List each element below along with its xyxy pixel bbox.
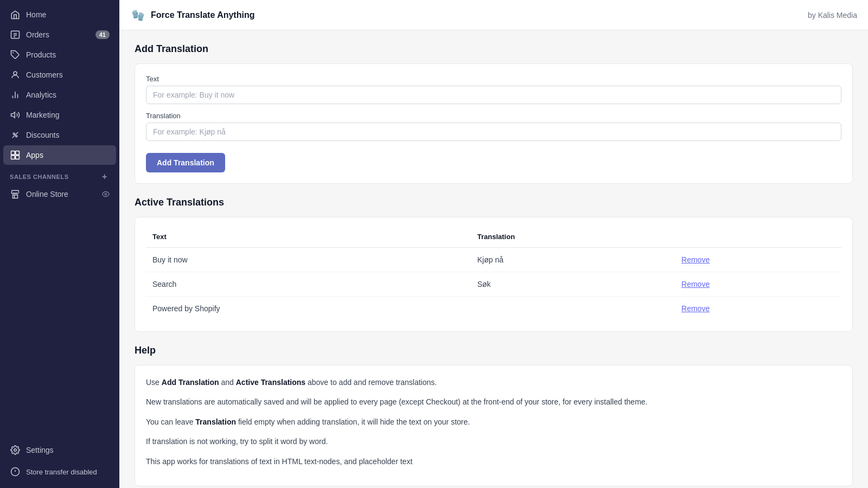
marketing-icon xyxy=(10,110,21,120)
app-icon: 🧤 xyxy=(130,8,145,23)
text-input[interactable] xyxy=(146,86,841,104)
analytics-icon xyxy=(10,89,21,100)
svg-point-5 xyxy=(14,72,17,75)
translation-text-cell: Search xyxy=(146,272,471,297)
sidebar-item-label: Customers xyxy=(26,70,110,79)
products-icon xyxy=(10,49,21,60)
sidebar-item-home[interactable]: Home xyxy=(3,5,116,24)
store-transfer-item[interactable]: Store transfer disabled xyxy=(3,461,116,483)
main-area: 🧤 Force Translate Anything by Kalis Medi… xyxy=(119,0,868,488)
sidebar-item-settings[interactable]: Settings xyxy=(3,440,116,460)
table-row: Buy it nowKjøp nåRemove xyxy=(146,248,841,272)
svg-point-19 xyxy=(105,193,107,195)
svg-rect-15 xyxy=(11,156,15,159)
translations-table: Text Translation Buy it nowKjøp nåRemove… xyxy=(146,228,841,320)
store-transfer-label: Store transfer disabled xyxy=(26,468,97,476)
apps-icon xyxy=(10,150,21,160)
sales-channels-section: SALES CHANNELS + xyxy=(0,165,119,184)
add-translation-card: Text Translation Add Translation xyxy=(135,63,853,184)
remove-button[interactable]: Remove xyxy=(681,280,710,288)
sidebar-item-label: Discounts xyxy=(26,131,110,139)
table-row: SearchSøkRemove xyxy=(146,272,841,297)
sidebar-item-label: Products xyxy=(26,50,110,59)
sidebar-item-customers[interactable]: Customers xyxy=(3,65,116,85)
settings-label: Settings xyxy=(26,446,110,454)
help-paragraph: You can leave Translation field empty wh… xyxy=(146,416,841,428)
add-translation-button[interactable]: Add Translation xyxy=(146,153,225,172)
sidebar-item-label: Home xyxy=(26,10,110,19)
sales-channels-title: SALES CHANNELS xyxy=(10,174,69,180)
remove-button[interactable]: Remove xyxy=(681,255,710,264)
col-translation-header: Translation xyxy=(471,228,675,248)
store-icon xyxy=(10,189,21,200)
svg-point-4 xyxy=(12,52,14,53)
sidebar-item-marketing[interactable]: Marketing xyxy=(3,105,116,125)
content-area: Add Translation Text Translation Add Tra… xyxy=(119,30,868,488)
sidebar-item-apps[interactable]: Apps xyxy=(3,145,116,165)
translation-field-group: Translation xyxy=(146,112,841,141)
help-paragraph: If translation is not working, try to sp… xyxy=(146,435,841,447)
translation-field-label: Translation xyxy=(146,112,841,120)
help-card: Use Add Translation and Active Translati… xyxy=(135,365,853,486)
home-icon xyxy=(10,9,21,20)
online-store-label: Online Store xyxy=(26,190,102,198)
help-paragraph: This app works for translations of text … xyxy=(146,455,841,467)
translation-text-cell: Powered by Shopify xyxy=(146,297,471,321)
translation-action-cell: Remove xyxy=(675,248,841,272)
svg-point-11 xyxy=(16,136,17,137)
customers-icon xyxy=(10,69,21,80)
sidebar-bottom: Settings Store transfer disabled xyxy=(0,440,119,488)
sidebar-item-discounts[interactable]: Discounts xyxy=(3,125,116,145)
topbar: 🧤 Force Translate Anything by Kalis Medi… xyxy=(119,0,868,30)
col-text-header: Text xyxy=(146,228,471,248)
translation-value-cell: Kjøp nå xyxy=(471,248,675,272)
translation-value-cell: Søk xyxy=(471,272,675,297)
sidebar: Home Orders 41 Products xyxy=(0,0,119,488)
sidebar-item-label: Orders xyxy=(26,30,95,39)
help-paragraph: Use Add Translation and Active Translati… xyxy=(146,376,841,388)
translation-action-cell: Remove xyxy=(675,272,841,297)
orders-badge: 41 xyxy=(95,30,110,39)
add-translation-title: Add Translation xyxy=(135,43,853,55)
svg-point-10 xyxy=(13,133,15,134)
add-sales-channel-button[interactable]: + xyxy=(100,172,110,182)
translation-value-cell xyxy=(471,297,675,321)
help-title: Help xyxy=(135,345,853,356)
app-title: Force Translate Anything xyxy=(151,10,254,20)
svg-rect-16 xyxy=(16,156,20,159)
col-actions-header xyxy=(675,228,841,248)
help-paragraph: New translations are automatically saved… xyxy=(146,396,841,408)
active-translations-title: Active Translations xyxy=(135,197,853,208)
app-by-label: by Kalis Media xyxy=(808,11,857,20)
sidebar-item-products[interactable]: Products xyxy=(3,45,116,65)
discounts-icon xyxy=(10,130,21,140)
svg-rect-14 xyxy=(16,151,20,155)
settings-icon xyxy=(10,445,21,455)
sidebar-item-orders[interactable]: Orders 41 xyxy=(3,25,116,44)
text-field-label: Text xyxy=(146,75,841,83)
sidebar-item-label: Marketing xyxy=(26,111,110,119)
sidebar-item-label: Analytics xyxy=(26,91,110,99)
help-content: Use Add Translation and Active Translati… xyxy=(146,376,841,467)
svg-rect-13 xyxy=(11,151,15,155)
info-icon xyxy=(10,466,21,477)
text-field-group: Text xyxy=(146,75,841,104)
remove-button[interactable]: Remove xyxy=(681,304,710,313)
orders-icon xyxy=(10,29,21,40)
table-row: Powered by ShopifyRemove xyxy=(146,297,841,321)
sidebar-item-label: Apps xyxy=(26,151,110,159)
sidebar-item-online-store[interactable]: Online Store xyxy=(3,184,116,204)
translation-action-cell: Remove xyxy=(675,297,841,321)
svg-marker-9 xyxy=(11,112,15,118)
translation-input[interactable] xyxy=(146,123,841,141)
translation-text-cell: Buy it now xyxy=(146,248,471,272)
online-store-eye-icon xyxy=(102,190,110,198)
svg-rect-17 xyxy=(13,195,18,198)
sidebar-item-analytics[interactable]: Analytics xyxy=(3,85,116,105)
active-translations-card: Text Translation Buy it nowKjøp nåRemove… xyxy=(135,217,853,332)
svg-point-20 xyxy=(14,449,17,452)
